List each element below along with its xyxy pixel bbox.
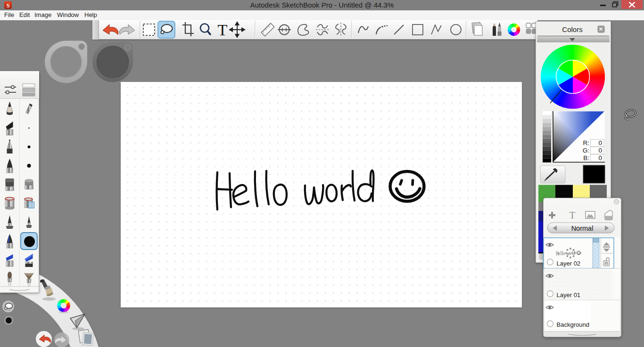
svg-text:Colors: Colors bbox=[562, 25, 582, 33]
svg-text:Layer 02: Layer 02 bbox=[557, 260, 581, 267]
svg-text:Layer 01: Layer 01 bbox=[557, 291, 581, 299]
svg-text:Normal: Normal bbox=[571, 225, 594, 232]
svg-text:T: T bbox=[570, 210, 576, 221]
svg-text:0: 0 bbox=[598, 139, 602, 146]
svg-text:Background: Background bbox=[557, 321, 589, 328]
svg-text:0: 0 bbox=[598, 147, 602, 154]
svg-text:T: T bbox=[218, 21, 228, 39]
svg-text:G:: G: bbox=[583, 147, 589, 154]
svg-text:B:: B: bbox=[583, 154, 589, 161]
svg-text:R:: R: bbox=[583, 139, 590, 146]
svg-text:0: 0 bbox=[598, 154, 602, 161]
